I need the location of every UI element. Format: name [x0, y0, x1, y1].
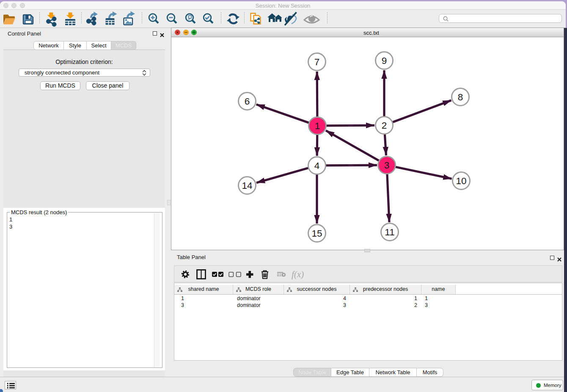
svg-text:15: 15: [311, 228, 322, 239]
svg-text:10: 10: [456, 176, 466, 186]
svg-text:2: 2: [382, 120, 387, 131]
svg-text:11: 11: [385, 227, 394, 237]
svg-text:4: 4: [314, 160, 320, 171]
svg-text:f(x): f(x): [292, 269, 304, 279]
svg-text:6: 6: [245, 96, 250, 107]
svg-text:3: 3: [384, 160, 390, 171]
svg-text:9: 9: [382, 55, 387, 66]
svg-text:8: 8: [458, 92, 463, 102]
svg-text:14: 14: [242, 180, 252, 191]
svg-text:7: 7: [314, 57, 320, 67]
svg-text:1: 1: [315, 121, 320, 131]
